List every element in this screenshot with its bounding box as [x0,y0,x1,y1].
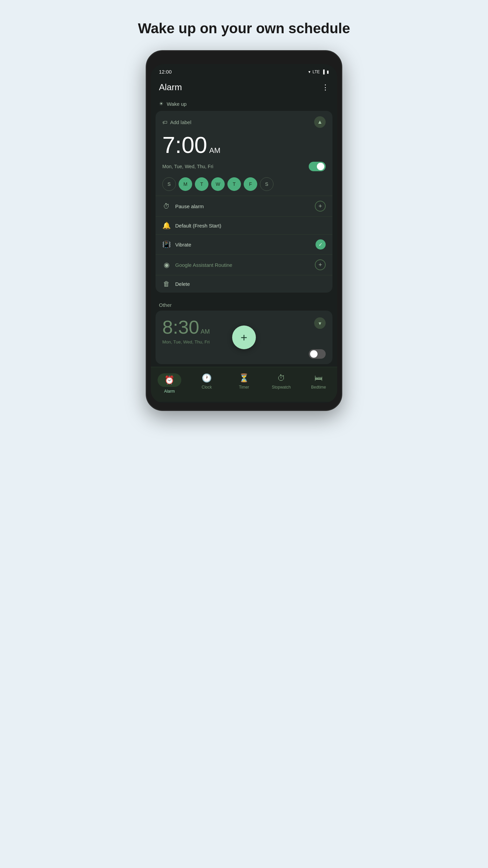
phone-frame: 12:00 ▾ LTE ▐ ▮ Alarm ⋮ ☀ Wake up 🏷 Add … [146,50,342,411]
fab-container: + [232,326,256,349]
google-assistant-label: Google Assistant Routine [175,262,232,268]
day-saturday[interactable]: S [260,177,273,191]
sun-icon: ☀ [159,101,163,107]
add-alarm-fab[interactable]: + [232,326,256,349]
stopwatch-nav-label: Stopwatch [272,385,291,390]
collapsed-alarm-toggle[interactable] [309,349,326,359]
pause-alarm-option[interactable]: ⏱ Pause alarm + [156,196,332,216]
ringtone-label: Default (Fresh Start) [175,223,221,229]
delete-icon: 🗑 [162,280,170,288]
vibrate-label: Vibrate [175,242,191,248]
stopwatch-nav-icon: ⏱ [277,373,285,383]
app-title: Alarm [159,82,182,93]
vibrate-check: ✓ [316,239,326,250]
wifi-icon: ▾ [308,70,310,74]
alarm-card-expanded: 🏷 Add label ▲ 7:00 AM Mon, Tue, Wed, Thu… [156,111,332,293]
nav-alarm[interactable]: ⏰ Alarm [151,372,188,395]
ringtone-option[interactable]: 🔔 Default (Fresh Start) [156,216,332,234]
alarm-days-row: Mon, Tue, Wed, Thu, Fri [156,159,332,176]
status-icons: ▾ LTE ▐ ▮ [308,70,329,74]
expand-button[interactable]: ▾ [314,317,326,329]
clock-nav-icon: 🕐 [202,373,212,383]
delete-label: Delete [175,281,190,287]
collapse-button[interactable]: ▲ [314,116,326,128]
clock-nav-label: Clock [202,385,212,390]
wake-up-label: ☀ Wake up [151,98,337,111]
bedtime-nav-icon: 🛏 [314,373,323,383]
delete-option[interactable]: 🗑 Delete [156,275,332,293]
bedtime-nav-label: Bedtime [311,385,326,390]
more-options-button[interactable]: ⋮ [322,83,329,92]
other-section-label: Other [151,297,337,311]
battery-icon: ▮ [327,70,329,74]
nav-stopwatch[interactable]: ⏱ Stopwatch [263,372,300,395]
alarm-nav-label: Alarm [164,389,175,394]
day-thursday[interactable]: T [227,177,241,191]
day-tuesday[interactable]: T [195,177,208,191]
pause-alarm-icon: ⏱ [162,202,170,210]
phone-notch [151,58,337,61]
pause-alarm-add-btn[interactable]: + [315,201,326,212]
day-wednesday[interactable]: W [211,177,225,191]
google-assistant-add-btn[interactable]: + [315,259,326,270]
nav-bedtime[interactable]: 🛏 Bedtime [300,372,337,395]
add-label-button[interactable]: 🏷 Add label [162,119,191,125]
app-header: Alarm ⋮ [151,77,337,98]
bottom-nav: ⏰ Alarm 🕐 Clock ⏳ Timer ⏱ Stopwatch 🛏 Be… [151,367,337,402]
day-sunday[interactable]: S [162,177,176,191]
pause-alarm-label: Pause alarm [175,203,204,209]
timer-nav-icon: ⏳ [239,373,249,383]
google-assistant-icon: ◉ [162,261,170,269]
nav-clock[interactable]: 🕐 Clock [188,372,225,395]
nav-timer[interactable]: ⏳ Timer [225,372,263,395]
vibrate-icon: 📳 [162,240,170,249]
page-title: Wake up on your own schedule [138,20,350,37]
vibrate-option[interactable]: 📳 Vibrate ✓ [156,234,332,254]
label-icon: 🏷 [162,119,167,125]
timer-nav-label: Timer [239,385,249,390]
phone-screen: 12:00 ▾ LTE ▐ ▮ Alarm ⋮ ☀ Wake up 🏷 Add … [151,64,337,403]
alarm-time-display[interactable]: 7:00 AM [156,132,332,159]
toggle-knob-off [310,350,318,358]
status-time: 12:00 [159,69,172,75]
collapsed-time-row[interactable]: 8:30 AM [162,316,210,338]
alarm-card-header: 🏷 Add label ▲ [156,111,332,132]
alarm-toggle[interactable] [309,162,326,171]
alarm-nav-icon: ⏰ [164,375,175,384]
ringtone-icon: 🔔 [162,221,170,230]
day-friday[interactable]: F [244,177,257,191]
day-circles: S M T W T F S [156,176,332,196]
lte-label: LTE [312,70,320,74]
collapsed-alarm-area: 8:30 AM ▾ Mon, Tue, Wed, Thu, Fri [151,311,337,364]
day-monday[interactable]: M [179,177,192,191]
signal-icon: ▐ [322,70,325,74]
google-assistant-option[interactable]: ◉ Google Assistant Routine + [156,254,332,275]
status-bar: 12:00 ▾ LTE ▐ ▮ [151,64,337,77]
toggle-knob [317,163,324,170]
